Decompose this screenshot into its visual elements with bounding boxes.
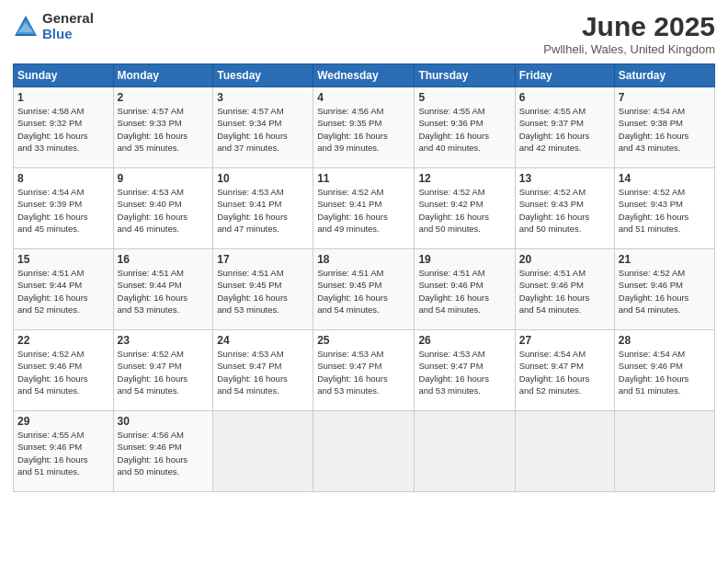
day-number: 15 [17, 253, 109, 266]
calendar-table: Sunday Monday Tuesday Wednesday Thursday… [13, 63, 715, 492]
day-info: Sunrise: 4:53 AM Sunset: 9:41 PM Dayligh… [217, 186, 309, 235]
logo-general-text: General [42, 11, 94, 27]
day-number: 26 [418, 334, 510, 347]
table-row: 24Sunrise: 4:53 AM Sunset: 9:47 PM Dayli… [213, 330, 313, 411]
day-info: Sunrise: 4:53 AM Sunset: 9:47 PM Dayligh… [317, 348, 410, 396]
header-thursday: Thursday [415, 64, 515, 87]
table-row: 22Sunrise: 4:52 AM Sunset: 9:46 PM Dayli… [14, 330, 114, 411]
day-info: Sunrise: 4:58 AM Sunset: 9:32 PM Dayligh… [17, 105, 109, 154]
day-number: 10 [217, 172, 309, 185]
table-row: 28Sunrise: 4:54 AM Sunset: 9:46 PM Dayli… [614, 330, 714, 411]
calendar-subtitle: Pwllheli, Wales, United Kingdom [543, 42, 715, 56]
day-info: Sunrise: 4:53 AM Sunset: 9:47 PM Dayligh… [418, 348, 510, 396]
table-row: 15Sunrise: 4:51 AM Sunset: 9:44 PM Dayli… [14, 249, 114, 330]
table-row: 2Sunrise: 4:57 AM Sunset: 9:33 PM Daylig… [113, 87, 213, 168]
table-row: 11Sunrise: 4:52 AM Sunset: 9:41 PM Dayli… [313, 168, 415, 249]
page-header: General Blue June 2025 Pwllheli, Wales, … [13, 11, 715, 56]
day-number: 28 [619, 334, 711, 347]
table-row: 25Sunrise: 4:53 AM Sunset: 9:47 PM Dayli… [313, 330, 415, 411]
logo: General Blue [13, 11, 94, 41]
header-wednesday: Wednesday [313, 64, 415, 87]
table-row: 14Sunrise: 4:52 AM Sunset: 9:43 PM Dayli… [614, 168, 714, 249]
day-number: 5 [418, 91, 510, 104]
calendar-week-row: 1Sunrise: 4:58 AM Sunset: 9:32 PM Daylig… [14, 87, 715, 168]
day-number: 7 [619, 91, 711, 104]
day-number: 14 [619, 172, 711, 185]
table-row [313, 411, 415, 492]
day-info: Sunrise: 4:53 AM Sunset: 9:47 PM Dayligh… [217, 348, 309, 396]
day-number: 13 [519, 172, 610, 185]
day-number: 11 [317, 172, 410, 185]
day-info: Sunrise: 4:57 AM Sunset: 9:34 PM Dayligh… [217, 105, 309, 154]
table-row: 18Sunrise: 4:51 AM Sunset: 9:45 PM Dayli… [313, 249, 415, 330]
day-number: 20 [519, 253, 610, 266]
calendar-week-row: 22Sunrise: 4:52 AM Sunset: 9:46 PM Dayli… [14, 330, 715, 411]
day-number: 17 [217, 253, 309, 266]
table-row [415, 411, 515, 492]
day-info: Sunrise: 4:51 AM Sunset: 9:44 PM Dayligh… [17, 267, 109, 316]
day-info: Sunrise: 4:53 AM Sunset: 9:40 PM Dayligh… [118, 186, 210, 235]
table-row: 19Sunrise: 4:51 AM Sunset: 9:46 PM Dayli… [415, 249, 515, 330]
day-number: 23 [118, 334, 210, 347]
day-number: 25 [317, 334, 410, 347]
day-info: Sunrise: 4:54 AM Sunset: 9:39 PM Dayligh… [17, 186, 109, 235]
table-row: 7Sunrise: 4:54 AM Sunset: 9:38 PM Daylig… [614, 87, 714, 168]
day-info: Sunrise: 4:56 AM Sunset: 9:46 PM Dayligh… [118, 429, 210, 477]
day-number: 2 [118, 91, 210, 104]
day-number: 16 [118, 253, 210, 266]
table-row: 29Sunrise: 4:55 AM Sunset: 9:46 PM Dayli… [14, 411, 114, 492]
day-number: 12 [418, 172, 510, 185]
table-row: 23Sunrise: 4:52 AM Sunset: 9:47 PM Dayli… [113, 330, 213, 411]
table-row: 13Sunrise: 4:52 AM Sunset: 9:43 PM Dayli… [515, 168, 614, 249]
day-number: 18 [317, 253, 410, 266]
logo-blue-text: Blue [42, 27, 94, 42]
day-info: Sunrise: 4:51 AM Sunset: 9:45 PM Dayligh… [317, 267, 410, 316]
day-number: 4 [317, 91, 410, 104]
header-tuesday: Tuesday [213, 64, 313, 87]
table-row: 8Sunrise: 4:54 AM Sunset: 9:39 PM Daylig… [14, 168, 114, 249]
day-info: Sunrise: 4:51 AM Sunset: 9:44 PM Dayligh… [118, 267, 210, 316]
day-info: Sunrise: 4:52 AM Sunset: 9:41 PM Dayligh… [317, 186, 410, 235]
table-row: 21Sunrise: 4:52 AM Sunset: 9:46 PM Dayli… [614, 249, 714, 330]
calendar-title: June 2025 [543, 11, 715, 42]
table-row: 16Sunrise: 4:51 AM Sunset: 9:44 PM Dayli… [113, 249, 213, 330]
day-info: Sunrise: 4:52 AM Sunset: 9:46 PM Dayligh… [17, 348, 109, 396]
day-number: 1 [17, 91, 109, 104]
table-row: 30Sunrise: 4:56 AM Sunset: 9:46 PM Dayli… [113, 411, 213, 492]
table-row [614, 411, 714, 492]
table-row: 6Sunrise: 4:55 AM Sunset: 9:37 PM Daylig… [515, 87, 614, 168]
day-number: 22 [17, 334, 109, 347]
table-row: 12Sunrise: 4:52 AM Sunset: 9:42 PM Dayli… [415, 168, 515, 249]
day-info: Sunrise: 4:57 AM Sunset: 9:33 PM Dayligh… [118, 105, 210, 154]
day-number: 30 [118, 415, 210, 428]
table-row: 9Sunrise: 4:53 AM Sunset: 9:40 PM Daylig… [113, 168, 213, 249]
day-info: Sunrise: 4:51 AM Sunset: 9:45 PM Dayligh… [217, 267, 309, 316]
calendar-week-row: 15Sunrise: 4:51 AM Sunset: 9:44 PM Dayli… [14, 249, 715, 330]
table-row: 26Sunrise: 4:53 AM Sunset: 9:47 PM Dayli… [415, 330, 515, 411]
day-info: Sunrise: 4:56 AM Sunset: 9:35 PM Dayligh… [317, 105, 410, 154]
day-info: Sunrise: 4:52 AM Sunset: 9:47 PM Dayligh… [118, 348, 210, 396]
day-info: Sunrise: 4:52 AM Sunset: 9:46 PM Dayligh… [619, 267, 711, 316]
day-info: Sunrise: 4:54 AM Sunset: 9:38 PM Dayligh… [619, 105, 711, 154]
day-number: 3 [217, 91, 309, 104]
day-info: Sunrise: 4:54 AM Sunset: 9:46 PM Dayligh… [619, 348, 711, 396]
day-info: Sunrise: 4:55 AM Sunset: 9:46 PM Dayligh… [17, 429, 109, 477]
day-info: Sunrise: 4:55 AM Sunset: 9:36 PM Dayligh… [418, 105, 510, 154]
header-sunday: Sunday [14, 64, 114, 87]
day-info: Sunrise: 4:54 AM Sunset: 9:47 PM Dayligh… [519, 348, 610, 396]
table-row: 1Sunrise: 4:58 AM Sunset: 9:32 PM Daylig… [14, 87, 114, 168]
calendar-week-row: 29Sunrise: 4:55 AM Sunset: 9:46 PM Dayli… [14, 411, 715, 492]
table-row: 20Sunrise: 4:51 AM Sunset: 9:46 PM Dayli… [515, 249, 614, 330]
table-row: 3Sunrise: 4:57 AM Sunset: 9:34 PM Daylig… [213, 87, 313, 168]
day-info: Sunrise: 4:55 AM Sunset: 9:37 PM Dayligh… [519, 105, 610, 154]
weekday-header-row: Sunday Monday Tuesday Wednesday Thursday… [14, 64, 715, 87]
day-number: 9 [118, 172, 210, 185]
calendar-week-row: 8Sunrise: 4:54 AM Sunset: 9:39 PM Daylig… [14, 168, 715, 249]
day-info: Sunrise: 4:52 AM Sunset: 9:43 PM Dayligh… [619, 186, 711, 235]
day-info: Sunrise: 4:52 AM Sunset: 9:43 PM Dayligh… [519, 186, 610, 235]
table-row: 4Sunrise: 4:56 AM Sunset: 9:35 PM Daylig… [313, 87, 415, 168]
day-number: 29 [17, 415, 109, 428]
day-info: Sunrise: 4:51 AM Sunset: 9:46 PM Dayligh… [519, 267, 610, 316]
day-number: 21 [619, 253, 711, 266]
day-info: Sunrise: 4:51 AM Sunset: 9:46 PM Dayligh… [418, 267, 510, 316]
